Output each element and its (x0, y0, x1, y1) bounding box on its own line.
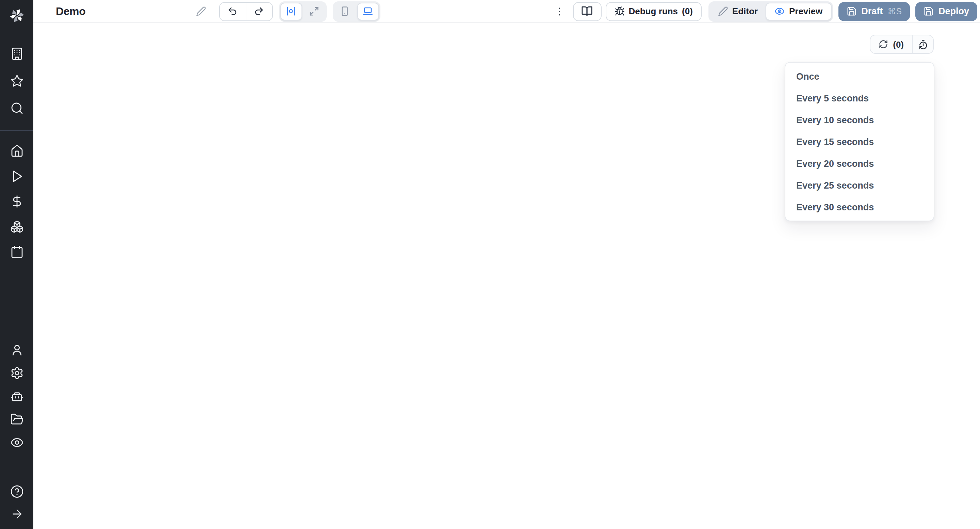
debug-runs-count: (0) (682, 6, 693, 16)
draft-button-label: Draft (861, 6, 883, 16)
menu-item-every-25-seconds[interactable]: Every 25 seconds (785, 174, 934, 196)
refresh-interval-menu: Once Every 5 seconds Every 10 seconds Ev… (785, 62, 934, 221)
arrow-right-icon (10, 507, 24, 521)
tab-editor[interactable]: Editor (710, 2, 766, 20)
sidebar-item-folders[interactable] (0, 408, 33, 431)
sidebar-item-home[interactable] (0, 138, 33, 163)
sidebar-item-variables[interactable] (0, 189, 33, 214)
topbar: Demo (33, 0, 980, 23)
undo-icon (227, 6, 237, 16)
edit-title-button[interactable] (194, 2, 208, 21)
eye-icon (775, 6, 785, 16)
sidebar-item-workspace[interactable] (0, 40, 33, 67)
sidebar-item-settings[interactable] (0, 362, 33, 385)
search-icon (10, 102, 24, 115)
calendar-icon (10, 245, 24, 258)
sidebar-item-workers[interactable] (0, 385, 33, 408)
book-open-icon (582, 5, 593, 17)
sidebar-item-schedules[interactable] (0, 239, 33, 264)
smartphone-icon (340, 6, 350, 16)
debug-runs-label: Debug runs (629, 6, 678, 16)
sidebar-item-expand[interactable] (0, 502, 33, 525)
dollar-icon (10, 194, 24, 208)
sidebar (0, 0, 33, 529)
menu-item-every-10-seconds[interactable]: Every 10 seconds (785, 109, 934, 131)
mobile-view-toggle[interactable] (334, 2, 356, 20)
robot-icon (10, 389, 24, 403)
pencil-icon (718, 6, 728, 16)
play-icon (10, 169, 24, 183)
preview-tab-label: Preview (789, 6, 822, 16)
timer-icon (918, 39, 928, 49)
building-icon (10, 47, 24, 61)
app-logo[interactable] (0, 0, 33, 31)
refresh-button[interactable]: (0) (870, 35, 912, 53)
undo-button[interactable] (220, 2, 245, 20)
centered-layout-toggle[interactable] (280, 2, 302, 20)
draft-button[interactable]: Draft ⌘S (838, 2, 910, 21)
refresh-icon (878, 40, 888, 49)
bug-icon (614, 6, 625, 16)
redo-icon (254, 6, 264, 16)
refresh-cluster: (0) (870, 35, 934, 54)
app-canvas: (0) Once Every 5 seconds Every 10 second… (33, 23, 980, 529)
editor-tab-label: Editor (732, 6, 758, 16)
sidebar-item-users[interactable] (0, 338, 33, 362)
pencil-icon (196, 6, 206, 16)
user-icon (10, 343, 24, 357)
menu-item-every-5-seconds[interactable]: Every 5 seconds (785, 87, 934, 109)
sidebar-item-audit[interactable] (0, 431, 33, 454)
device-toggle (332, 1, 380, 21)
menu-item-once[interactable]: Once (785, 65, 934, 87)
centered-width-icon (286, 6, 296, 16)
sidebar-item-help[interactable] (0, 480, 33, 502)
draft-shortcut: ⌘S (888, 6, 902, 16)
menu-item-every-20-seconds[interactable]: Every 20 seconds (785, 153, 934, 174)
save-icon (846, 6, 856, 16)
windmill-logo-icon (8, 8, 25, 24)
app-window: Demo (0, 0, 980, 529)
sidebar-item-favorites[interactable] (0, 67, 33, 95)
deploy-button[interactable]: Deploy (915, 2, 977, 21)
page-title: Demo (56, 5, 86, 18)
home-icon (10, 144, 24, 158)
canvas-width-toggle (279, 1, 326, 21)
debug-runs-button[interactable]: Debug runs (0) (606, 2, 702, 21)
editor-preview-toggle: Editor Preview (708, 1, 833, 21)
save-icon (924, 6, 934, 16)
desktop-view-toggle[interactable] (357, 2, 379, 20)
boxes-icon (10, 220, 24, 233)
undo-redo-group (219, 2, 272, 21)
expand-icon (309, 6, 319, 16)
refresh-count: (0) (893, 39, 904, 49)
kebab-menu-icon (554, 6, 565, 17)
sidebar-item-runs[interactable] (0, 163, 33, 189)
sidebar-item-search[interactable] (0, 95, 33, 122)
star-icon (10, 74, 24, 88)
menu-item-every-15-seconds[interactable]: Every 15 seconds (785, 131, 934, 153)
deploy-button-label: Deploy (939, 6, 969, 16)
eye-icon (10, 436, 24, 449)
help-icon (10, 484, 24, 498)
folder-open-icon (10, 413, 24, 426)
menu-item-every-30-seconds[interactable]: Every 30 seconds (785, 196, 934, 218)
tab-preview[interactable]: Preview (766, 2, 831, 20)
more-options-button[interactable] (551, 2, 568, 21)
redo-button[interactable] (246, 2, 272, 20)
sidebar-divider (0, 130, 33, 131)
full-width-toggle[interactable] (303, 2, 325, 20)
gear-icon (10, 366, 24, 380)
docs-button[interactable] (573, 2, 601, 21)
laptop-icon (363, 6, 373, 16)
refresh-interval-button[interactable] (913, 35, 933, 53)
sidebar-item-resources[interactable] (0, 214, 33, 239)
